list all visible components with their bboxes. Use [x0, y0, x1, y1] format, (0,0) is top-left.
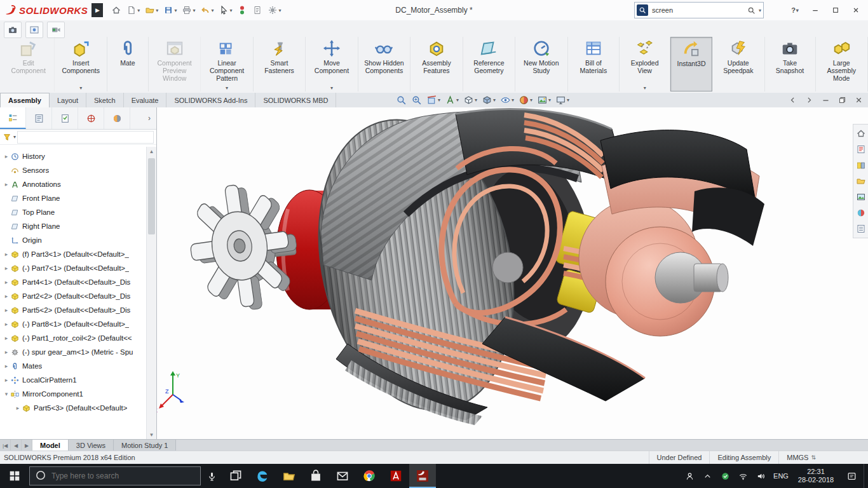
- expand-arrow[interactable]: ▸: [3, 153, 10, 159]
- search-icon[interactable]: [747, 6, 756, 15]
- screenshot-button[interactable]: [4, 22, 22, 38]
- tree-item[interactable]: Top Plane: [0, 205, 147, 219]
- save-button[interactable]: ▾: [161, 3, 179, 17]
- network-tray-button[interactable]: [734, 464, 752, 488]
- expand-arrow[interactable]: ▸: [3, 377, 10, 383]
- tree-item[interactable]: ▸History: [0, 149, 147, 163]
- bill-of-materials-button[interactable]: Bill of Materials: [568, 37, 620, 92]
- options-button[interactable]: ▾: [266, 3, 283, 17]
- command-search-input[interactable]: [651, 6, 745, 15]
- mail-taskbar-button[interactable]: [329, 464, 356, 488]
- search-scope-icon[interactable]: [637, 4, 648, 16]
- filter-funnel-icon[interactable]: [3, 133, 11, 142]
- tab-assembly[interactable]: Assembly: [0, 93, 50, 107]
- fm-tab-dimxpertmanager[interactable]: [78, 107, 104, 129]
- tab-solidworks-add-ins[interactable]: SOLIDWORKS Add-Ins: [166, 93, 255, 107]
- expand-arrow[interactable]: ▸: [3, 265, 10, 271]
- section-view-button[interactable]: ▾: [424, 93, 442, 107]
- task-pane-custom-props[interactable]: [853, 222, 868, 236]
- task-pane-file-explorer-pane[interactable]: [853, 174, 868, 188]
- tree-item[interactable]: ▸(f) Part3<1> (Default<<Default>_: [0, 247, 147, 261]
- scroll-up-arrow[interactable]: ▲: [147, 147, 156, 156]
- instant3d-button[interactable]: Instant3D: [670, 37, 712, 92]
- reference-geometry-button[interactable]: Reference Geometry: [463, 37, 515, 92]
- annotation-views-button[interactable]: ▾: [443, 93, 461, 107]
- show-desktop-button[interactable]: [864, 464, 868, 488]
- expand-arrow[interactable]: ▸: [14, 405, 22, 411]
- tree-item[interactable]: ▸Part5<2> (Default<<Default>_Dis: [0, 303, 147, 317]
- user-account-button[interactable]: [765, 2, 784, 18]
- expand-arrow[interactable]: ▸: [3, 307, 10, 313]
- tree-item[interactable]: ▸Part5<3> (Default<<Default>: [0, 401, 147, 415]
- smart-fasteners-button[interactable]: Smart Fasteners: [254, 37, 306, 92]
- tree-item[interactable]: ▸Part4<1> (Default<<Default>_Dis: [0, 275, 147, 289]
- expand-arrow[interactable]: ▸: [3, 251, 10, 257]
- clock[interactable]: 22:31 28-02-2018: [792, 464, 839, 488]
- rebuild-button[interactable]: [235, 3, 249, 17]
- expand-arrow[interactable]: ▸: [3, 321, 10, 327]
- expand-arrow[interactable]: ▸: [3, 279, 10, 285]
- action-center-button[interactable]: [839, 464, 864, 488]
- tree-item[interactable]: ▸LocalCirPattern1: [0, 373, 147, 387]
- edge-taskbar-button[interactable]: [249, 464, 276, 488]
- tab-solidworks-mbd[interactable]: SOLIDWORKS MBD: [255, 93, 336, 107]
- large-assembly-mode-button[interactable]: Large Assembly Mode: [816, 37, 868, 92]
- model-tab-motion-study-1[interactable]: Motion Study 1: [114, 440, 176, 451]
- exploded-view-button[interactable]: Exploded View▾: [620, 37, 670, 92]
- record-video-button[interactable]: [47, 22, 65, 38]
- task-view-taskbar-button[interactable]: [222, 464, 249, 488]
- minimize-doc-button[interactable]: [820, 94, 831, 105]
- menu-flyout-button[interactable]: ▶: [92, 3, 103, 17]
- scrollbar-thumb[interactable]: [148, 158, 155, 234]
- tree-item[interactable]: Front Plane: [0, 191, 147, 205]
- tree-item[interactable]: ▸(-) spur gear_am<1> (Metric - Spu: [0, 345, 147, 359]
- record-window-button[interactable]: [25, 22, 43, 38]
- scroll-next-tab-button[interactable]: ▶: [22, 440, 32, 451]
- close-doc-button[interactable]: [853, 94, 864, 105]
- show-hidden-components-button[interactable]: Show Hidden Components: [358, 37, 410, 92]
- tree-item[interactable]: ▸Mates: [0, 359, 147, 373]
- expand-arrow[interactable]: ▸: [3, 349, 10, 355]
- chrome-taskbar-button[interactable]: [356, 464, 383, 488]
- maximize-button[interactable]: [826, 2, 845, 18]
- expand-arrow[interactable]: ▸: [3, 335, 10, 341]
- next-window-button[interactable]: [803, 94, 815, 105]
- expand-arrow[interactable]: ▾: [3, 391, 10, 397]
- people-tray-button[interactable]: [681, 464, 698, 488]
- search-dropdown-caret[interactable]: ▾: [759, 8, 761, 13]
- expand-arrow[interactable]: ▸: [3, 363, 10, 369]
- undo-button[interactable]: ▾: [198, 3, 215, 17]
- taskbar-search[interactable]: [29, 466, 201, 485]
- graphics-area[interactable]: Y X Z: [157, 107, 868, 440]
- update-speedpak-button[interactable]: Update Speedpak: [712, 37, 764, 92]
- file-explorer-taskbar-button[interactable]: [276, 464, 302, 488]
- tree-scrollbar[interactable]: ▲ ▼: [146, 147, 156, 440]
- task-pane-appearances[interactable]: [853, 206, 868, 220]
- scroll-prev-tab-button[interactable]: ◀: [11, 440, 22, 451]
- scroll-down-arrow[interactable]: ▼: [147, 430, 156, 440]
- start-button[interactable]: [0, 464, 29, 488]
- tree-item[interactable]: ▸Part2<2> (Default<<Default>_Dis: [0, 289, 147, 303]
- tree-item[interactable]: ▸Annotations: [0, 177, 147, 191]
- apply-scene-button[interactable]: ▾: [535, 93, 553, 107]
- restore-doc-button[interactable]: [836, 94, 848, 105]
- open-button[interactable]: ▾: [143, 3, 160, 17]
- taskbar-search-input[interactable]: [50, 471, 195, 481]
- tree-item[interactable]: Origin: [0, 233, 147, 247]
- assembly-features-button[interactable]: Assembly Features: [410, 37, 463, 92]
- language-indicator[interactable]: ENG: [770, 464, 792, 488]
- task-pane-design-library[interactable]: [853, 158, 868, 172]
- shield-tray-button[interactable]: [716, 464, 734, 488]
- minimize-button[interactable]: [806, 2, 825, 18]
- tab-sketch[interactable]: Sketch: [86, 93, 124, 107]
- home-button[interactable]: [109, 3, 123, 17]
- tree-item[interactable]: ▸(-) Part7<1> (Default<<Default>_: [0, 261, 147, 275]
- task-pane-view-palette[interactable]: [853, 190, 868, 204]
- zoom-area-button[interactable]: [409, 93, 424, 107]
- help-button[interactable]: ? ▾: [785, 2, 804, 18]
- mate-button[interactable]: Mate: [107, 37, 149, 92]
- zoom-fit-button[interactable]: [394, 93, 409, 107]
- dc-motor-model[interactable]: Y X Z: [157, 107, 856, 440]
- fm-tab-featuremanager[interactable]: [0, 107, 26, 129]
- tab-layout[interactable]: Layout: [50, 93, 86, 107]
